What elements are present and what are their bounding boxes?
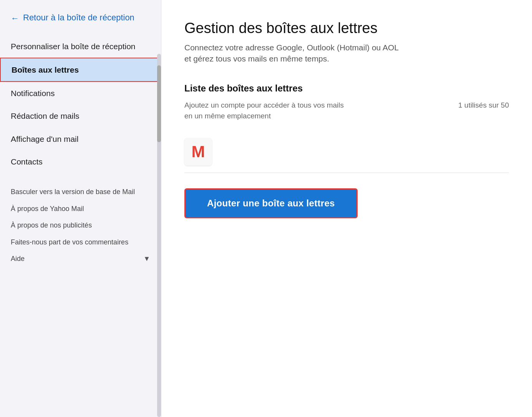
sidebar-scrollbar[interactable] xyxy=(157,54,161,417)
footer-items-list: Basculer vers la version de base de Mail… xyxy=(0,184,161,267)
sidebar-item-commentaires[interactable]: Faites-nous part de vos commentaires xyxy=(0,234,161,251)
sidebar-item-redaction[interactable]: Rédaction de mails xyxy=(0,105,161,127)
sidebar-item-boites[interactable]: Boîtes aux lettres xyxy=(0,58,161,82)
gmail-mailbox-entry: M xyxy=(184,131,509,173)
aide-label: Aide xyxy=(11,254,25,263)
mailbox-count-label: 1 utilisés sur 50 xyxy=(458,100,509,111)
mailbox-list-description: Ajoutez un compte pour accéder à tous vo… xyxy=(184,100,346,122)
sidebar-item-apropos-pub[interactable]: À propos de nos publicités xyxy=(0,217,161,234)
sidebar-item-affichage[interactable]: Affichage d'un mail xyxy=(0,128,161,150)
gmail-icon: M xyxy=(192,144,205,160)
page-title: Gestion des boîtes aux lettres xyxy=(184,20,509,37)
sidebar-item-aide[interactable]: Aide▼ xyxy=(0,251,161,267)
main-content: Gestion des boîtes aux lettres Connectez… xyxy=(161,0,532,417)
sidebar-item-notifications[interactable]: Notifications xyxy=(0,82,161,105)
back-to-inbox-link[interactable]: ← Retour à la boîte de réception xyxy=(0,0,161,35)
sidebar-item-personnaliser[interactable]: Personnaliser la boîte de réception xyxy=(0,35,161,58)
sidebar-item-apropos-yahoo[interactable]: À propos de Yahoo Mail xyxy=(0,201,161,217)
gmail-icon-wrapper: M xyxy=(184,138,212,166)
section-title: Liste des boîtes aux lettres xyxy=(184,83,509,94)
mailbox-list-header: Ajoutez un compte pour accéder à tous vo… xyxy=(184,100,509,122)
add-mailbox-button[interactable]: Ajouter une boîte aux lettres xyxy=(184,188,358,218)
scrollbar-thumb[interactable] xyxy=(157,65,161,142)
sidebar-item-basculer[interactable]: Basculer vers la version de base de Mail xyxy=(0,184,161,200)
page-subtitle: Connectez votre adresse Google, Outlook … xyxy=(184,42,407,65)
back-arrow-icon: ← xyxy=(11,13,19,24)
sidebar-navigation: Personnaliser la boîte de réceptionBoîte… xyxy=(0,35,161,417)
sidebar-item-contacts[interactable]: Contacts xyxy=(0,150,161,173)
nav-items-list: Personnaliser la boîte de réceptionBoîte… xyxy=(0,35,161,173)
back-to-inbox-label: Retour à la boîte de réception xyxy=(23,12,134,23)
nav-spacer xyxy=(0,173,161,184)
sidebar: ← Retour à la boîte de réception Personn… xyxy=(0,0,161,417)
chevron-down-icon: ▼ xyxy=(143,254,150,263)
